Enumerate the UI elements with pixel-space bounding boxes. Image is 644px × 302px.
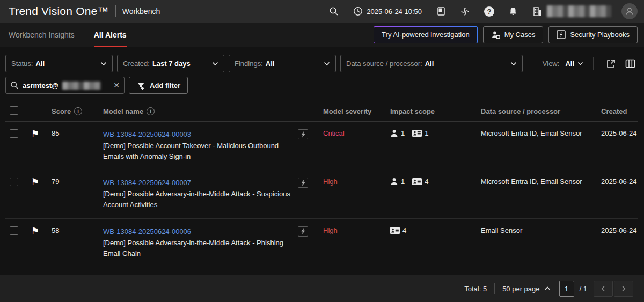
global-search-button[interactable]	[322, 0, 346, 23]
severity-badge: High	[319, 176, 386, 210]
created-filter-value: Last 7 days	[152, 60, 191, 68]
alert-id-link[interactable]: WB-13084-20250624-00003	[103, 130, 191, 138]
notifications-button[interactable]	[501, 0, 525, 23]
flag-icon[interactable]: ⚑	[31, 177, 39, 187]
run-playbook-button[interactable]	[298, 226, 308, 237]
total-count: Total: 5	[464, 285, 487, 293]
search-row: asrmtest@ ✕ Add filter	[5, 77, 638, 94]
tab-label: Workbench Insights	[9, 31, 75, 39]
brand-divider	[115, 5, 116, 17]
chevron-down-icon	[100, 62, 107, 66]
model-severity-header-label: Model severity	[323, 107, 371, 115]
data-source-filter-dropdown[interactable]: Data source / processor: All	[340, 55, 523, 72]
datetime-display[interactable]: 2025-06-24 10:50	[346, 0, 429, 23]
column-header-impact-scope[interactable]: Impact scope	[386, 107, 477, 115]
keyword-search-input[interactable]: asrmtest@ ✕	[5, 77, 125, 94]
row-checkbox[interactable]	[10, 178, 18, 186]
impacted-assets[interactable]: 1	[412, 129, 428, 137]
alert-id-link[interactable]: WB-13084-20250624-00007	[103, 179, 191, 187]
run-playbook-button[interactable]	[298, 178, 308, 188]
toolbar-divider	[593, 57, 594, 70]
column-settings-button[interactable]	[623, 56, 638, 71]
export-button[interactable]	[603, 56, 618, 71]
findings-filter-dropdown[interactable]: Findings: All	[229, 55, 336, 72]
alerts-table-header: Score i Model name i Model severity Impa…	[5, 101, 638, 122]
model-name-header-label: Model name	[103, 107, 143, 115]
cases-person-icon	[491, 31, 500, 39]
support-button[interactable]	[453, 0, 477, 23]
my-cases-button[interactable]: My Cases	[483, 26, 544, 43]
chevron-up-icon	[544, 286, 551, 291]
chevron-left-icon	[601, 285, 605, 292]
next-page-button[interactable]	[614, 281, 633, 297]
help-button[interactable]: ?	[477, 0, 501, 23]
row-checkbox[interactable]	[10, 129, 18, 138]
company-account-button[interactable]	[525, 0, 618, 23]
tab-workbench-insights[interactable]: Workbench Insights	[9, 23, 75, 47]
row-checkbox[interactable]	[10, 226, 18, 235]
impacted-accounts[interactable]: 1	[390, 178, 405, 186]
page-total: / 1	[580, 285, 587, 293]
asset-count: 4	[425, 178, 428, 186]
ai-investigation-label: Try AI-powered investigation	[382, 31, 470, 39]
data-source-cell: Microsoft Entra ID, Email Sensor	[477, 176, 597, 210]
top-header-bar: Trend Vision One™ Workbench 2025-06-24 1…	[0, 0, 644, 23]
alert-id-link[interactable]: WB-13084-20250624-00006	[103, 227, 191, 235]
export-icon	[606, 58, 616, 69]
impacted-accounts[interactable]: 1	[390, 129, 405, 137]
column-header-model-severity[interactable]: Model severity	[319, 107, 386, 115]
alert-row[interactable]: ⚑ 79 WB-13084-20250624-00007 [Demo] Poss…	[5, 170, 638, 218]
user-avatar[interactable]	[621, 3, 638, 19]
alert-row[interactable]: ⚑ 85 WB-13084-20250624-00003 [Demo] Poss…	[5, 122, 638, 170]
ai-investigation-button[interactable]: Try AI-powered investigation	[374, 26, 478, 43]
impact-scope-cell: 1 1	[386, 128, 477, 162]
account-icon	[390, 129, 398, 137]
status-filter-dropdown[interactable]: Status: All	[5, 55, 113, 72]
asset-count: 4	[402, 226, 406, 234]
bolt-icon	[301, 180, 306, 186]
flag-icon[interactable]: ⚑	[31, 226, 39, 236]
run-playbook-button[interactable]	[298, 129, 308, 139]
created-filter-dropdown[interactable]: Created: Last 7 days	[117, 55, 224, 72]
pinwheel-icon	[460, 6, 470, 17]
add-filter-button[interactable]: Add filter	[129, 77, 188, 94]
column-header-created[interactable]: Created	[597, 107, 638, 115]
filter-plus-icon	[136, 81, 145, 90]
tab-all-alerts[interactable]: All Alerts	[94, 23, 127, 47]
chevron-right-icon	[621, 285, 626, 292]
clear-search-icon[interactable]: ✕	[113, 81, 120, 90]
release-notes-button[interactable]	[429, 0, 453, 23]
notebook-icon	[436, 6, 446, 16]
security-playbooks-button[interactable]: Security Playbooks	[548, 26, 638, 43]
page-number-input[interactable]	[559, 281, 574, 297]
alert-row[interactable]: ⚑ 58 WB-13084-20250624-00006 [Demo] Poss…	[5, 219, 638, 267]
alert-description: [Demo] Possible Account Takeover - Malic…	[103, 141, 294, 162]
redacted-company-name	[547, 5, 611, 17]
data-source-header-label: Data source / processor	[481, 107, 560, 115]
column-header-model-name[interactable]: Model name i	[99, 107, 294, 115]
previous-page-button[interactable]	[594, 281, 613, 297]
help-icon: ?	[484, 6, 494, 17]
brand-logo: Trend Vision One™	[9, 5, 109, 18]
contact-card-icon	[412, 130, 422, 137]
impacted-assets[interactable]: 4	[390, 226, 406, 234]
select-all-checkbox[interactable]	[10, 106, 18, 115]
contact-card-icon	[390, 227, 400, 234]
created-header-label: Created	[601, 107, 627, 115]
search-icon	[329, 6, 339, 16]
impacted-assets[interactable]: 4	[412, 178, 428, 186]
column-header-score[interactable]: Score i	[47, 107, 99, 115]
per-page-selector[interactable]: 50 per page	[502, 285, 550, 293]
info-icon[interactable]: i	[74, 107, 82, 115]
view-selector[interactable]: View: All	[543, 60, 583, 68]
columns-icon	[625, 59, 635, 68]
chevron-down-icon	[324, 62, 330, 66]
security-playbooks-label: Security Playbooks	[570, 31, 630, 39]
findings-filter-value: All	[266, 60, 275, 68]
user-icon	[625, 6, 634, 16]
column-header-data-source[interactable]: Data source / processor	[477, 107, 597, 115]
info-icon[interactable]: i	[147, 107, 155, 115]
severity-badge: High	[319, 225, 386, 259]
flag-icon[interactable]: ⚑	[31, 129, 39, 139]
created-filter-label: Created:	[123, 60, 150, 68]
